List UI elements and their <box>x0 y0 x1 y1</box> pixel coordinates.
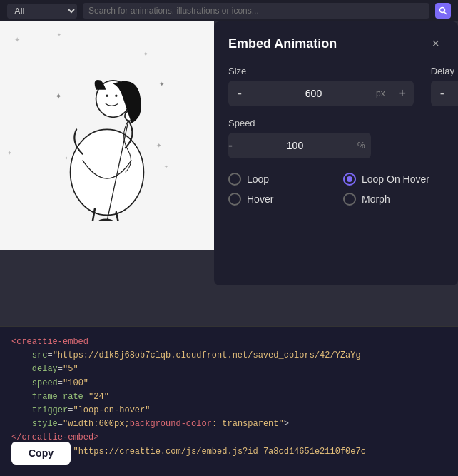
morph-option[interactable]: Morph <box>343 193 444 206</box>
svg-text:✦: ✦ <box>156 142 162 149</box>
svg-point-7 <box>106 95 108 97</box>
dialog-header: Embed Animation × <box>228 36 444 51</box>
svg-point-2 <box>71 129 144 215</box>
loop-radio[interactable] <box>228 173 241 186</box>
filter-select[interactable]: All Animations Illustrations Icons <box>7 4 77 19</box>
star-decoration: ✦ <box>164 164 168 170</box>
speed-stepper: - % + <box>228 133 371 158</box>
top-bar: All Animations Illustrations Icons <box>0 0 458 21</box>
delay-minus-button[interactable]: - <box>431 81 454 106</box>
star-decoration: ✦ <box>143 50 148 58</box>
star-decoration: ✦ <box>7 150 12 156</box>
speed-input[interactable] <box>233 140 357 151</box>
search-button[interactable] <box>435 3 451 19</box>
code-block: <creattie-embed src="https://d1k5j68ob7c… <box>0 326 458 476</box>
trigger-options: Loop Loop On Hover Hover Morph <box>228 173 444 206</box>
svg-text:✦: ✦ <box>64 156 68 161</box>
svg-point-4 <box>98 219 113 221</box>
star-decoration: ✦ <box>14 36 20 44</box>
character-illustration: ✦ ✦ ✦ ✦ <box>21 50 193 221</box>
svg-text:✦: ✦ <box>55 91 62 101</box>
copy-button[interactable]: Copy <box>11 442 71 465</box>
svg-line-1 <box>444 12 447 14</box>
svg-point-8 <box>115 95 117 97</box>
speed-label: Speed <box>228 118 444 128</box>
size-stepper: - px + <box>228 81 414 106</box>
delay-label: Delay <box>431 66 458 76</box>
delay-stepper: - ms + <box>431 81 458 106</box>
size-label: Size <box>228 66 414 76</box>
speed-unit: % <box>357 141 371 151</box>
search-input[interactable] <box>83 3 429 19</box>
hover-radio[interactable] <box>228 193 241 206</box>
hover-label: Hover <box>247 193 273 205</box>
code-scroll-area[interactable]: <creattie-embed src="https://d1k5j68ob7c… <box>11 335 447 459</box>
loop-option[interactable]: Loop <box>228 173 329 186</box>
loop-on-hover-label: Loop On Hover <box>362 173 429 185</box>
close-button[interactable]: × <box>427 36 444 51</box>
delay-control: Delay - ms + <box>431 66 458 106</box>
dialog-title: Embed Animation <box>228 36 337 51</box>
morph-radio[interactable] <box>343 193 356 206</box>
size-delay-row: Size - px + Delay - ms + <box>228 66 444 106</box>
delay-input[interactable] <box>454 88 458 99</box>
size-unit: px <box>376 88 391 98</box>
search-icon <box>439 6 447 15</box>
size-plus-button[interactable]: + <box>391 81 414 106</box>
star-decoration: ✦ <box>57 32 61 38</box>
size-control: Size - px + <box>228 66 414 106</box>
speed-control: Speed - % + <box>228 118 444 158</box>
loop-on-hover-radio[interactable] <box>343 173 356 186</box>
embed-dialog: Embed Animation × Size - px + Delay - ms… <box>214 21 458 285</box>
code-content: <creattie-embed src="https://d1k5j68ob7c… <box>11 335 447 459</box>
svg-text:✦: ✦ <box>159 81 165 88</box>
animation-preview: ✦ ✦ ✦ ✦ ✦ ✦ ✦ <box>0 21 214 250</box>
loop-on-hover-option[interactable]: Loop On Hover <box>343 173 444 186</box>
size-input[interactable] <box>251 88 376 99</box>
hover-option[interactable]: Hover <box>228 193 329 206</box>
size-minus-button[interactable]: - <box>228 81 251 106</box>
loop-label: Loop <box>247 173 269 185</box>
morph-label: Morph <box>362 193 390 205</box>
